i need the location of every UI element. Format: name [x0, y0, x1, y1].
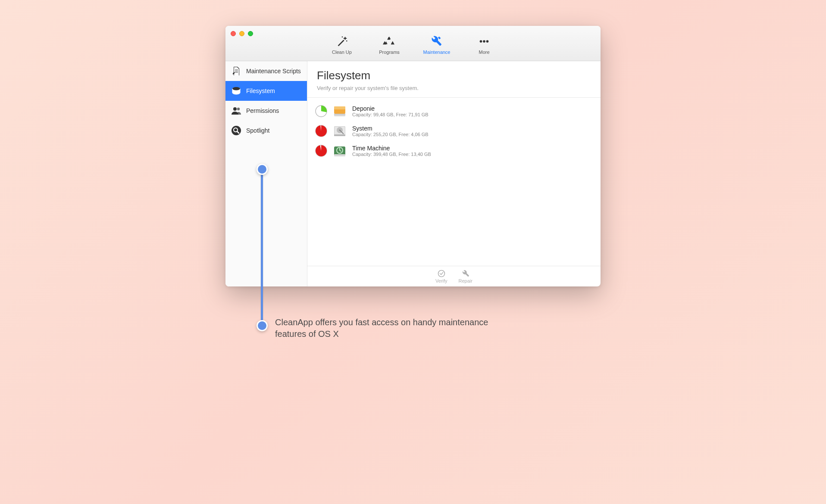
volume-detail: Capacity: 99,48 GB, Free: 71,91 GB	[352, 112, 429, 117]
svg-point-4	[486, 40, 489, 43]
footer-label: Verify	[435, 278, 447, 283]
svg-rect-24	[334, 154, 345, 156]
drive-icon	[332, 124, 347, 138]
toolbar: Clean Up Programs Maintenance	[225, 26, 601, 61]
repair-button[interactable]: Repair	[459, 269, 472, 283]
volume-row[interactable]: Time Machine Capacity: 399,48 GB, Free: …	[313, 141, 594, 161]
disk-icon	[231, 85, 242, 96]
body: Maintenance Scripts Filesystem Permissio…	[225, 61, 601, 286]
script-icon	[231, 65, 242, 77]
svg-rect-14	[334, 114, 345, 115]
footer-toolbar: Verify Repair	[307, 266, 601, 286]
users-icon	[231, 105, 242, 116]
toolbar-item-cleanup[interactable]: Clean Up	[327, 35, 357, 55]
sidebar-item-label: Filesystem	[246, 87, 275, 94]
svg-point-2	[480, 40, 482, 43]
main-header: Filesystem Verify or repair your system'…	[307, 61, 601, 98]
toolbar-item-programs[interactable]: Programs	[374, 35, 404, 55]
annotation-dot-bottom	[257, 320, 268, 331]
volume-row[interactable]: System Capacity: 255,20 GB, Free: 4,06 G…	[313, 121, 594, 141]
sidebar-item-label: Spotlight	[246, 127, 269, 134]
more-icon	[478, 35, 491, 48]
volume-name: Deponie	[352, 105, 429, 112]
volume-detail: Capacity: 399,48 GB, Free: 13,40 GB	[352, 152, 431, 157]
usage-pie-icon	[315, 125, 327, 137]
sidebar-item-spotlight[interactable]: Spotlight	[225, 121, 307, 140]
toolbar-item-more[interactable]: More	[469, 35, 499, 55]
volume-name: Time Machine	[352, 145, 431, 152]
zoom-icon[interactable]	[248, 31, 253, 36]
toolbar-label: Clean Up	[332, 50, 352, 55]
usage-pie-icon	[315, 145, 327, 157]
volume-row[interactable]: Deponie Capacity: 99,48 GB, Free: 71,91 …	[313, 101, 594, 121]
volume-text: Time Machine Capacity: 399,48 GB, Free: …	[352, 145, 431, 157]
sidebar-item-label: Permissions	[246, 107, 279, 114]
svg-rect-12	[334, 106, 345, 109]
window-controls	[231, 31, 253, 36]
svg-point-25	[438, 271, 444, 277]
usage-pie-icon	[315, 105, 327, 117]
titlebar: Clean Up Programs Maintenance	[225, 26, 601, 61]
verify-button[interactable]: Verify	[435, 269, 447, 283]
svg-point-6	[233, 107, 237, 111]
toolbar-label: Programs	[379, 50, 400, 55]
drive-icon	[332, 104, 347, 118]
sidebar: Maintenance Scripts Filesystem Permissio…	[225, 61, 307, 286]
svg-point-1	[346, 40, 347, 41]
wand-icon	[335, 35, 348, 48]
volume-detail: Capacity: 255,20 GB, Free: 4,06 GB	[352, 132, 429, 137]
sidebar-item-filesystem[interactable]: Filesystem	[225, 81, 307, 101]
svg-point-8	[232, 126, 241, 135]
check-icon	[437, 269, 446, 278]
svg-point-0	[342, 36, 343, 37]
sidebar-item-permissions[interactable]: Permissions	[225, 101, 307, 121]
main-pane: Filesystem Verify or repair your system'…	[307, 61, 601, 286]
volume-list: Deponie Capacity: 99,48 GB, Free: 71,91 …	[307, 98, 601, 266]
apps-icon	[383, 35, 396, 48]
volume-text: System Capacity: 255,20 GB, Free: 4,06 G…	[352, 125, 429, 137]
search-icon	[231, 125, 242, 136]
page-subtitle: Verify or repair your system's file syst…	[317, 85, 591, 91]
page-title: Filesystem	[317, 69, 591, 82]
footer-label: Repair	[459, 278, 472, 283]
sidebar-item-label: Maintenance Scripts	[246, 68, 301, 75]
close-icon[interactable]	[231, 31, 236, 36]
sidebar-item-maintenance-scripts[interactable]: Maintenance Scripts	[225, 61, 307, 81]
annotation-caption: CleanApp offers you fast access on handy…	[275, 317, 516, 340]
svg-point-7	[237, 108, 240, 110]
app-window: Clean Up Programs Maintenance	[225, 26, 601, 286]
volume-name: System	[352, 125, 429, 132]
drive-icon	[332, 143, 347, 158]
toolbar-label: More	[479, 50, 489, 55]
svg-rect-20	[334, 134, 345, 136]
volume-text: Deponie Capacity: 99,48 GB, Free: 71,91 …	[352, 105, 429, 117]
svg-point-3	[483, 40, 485, 43]
toolbar-label: Maintenance	[423, 50, 451, 55]
minimize-icon[interactable]	[239, 31, 244, 36]
wrench-icon	[461, 269, 470, 278]
toolbar-item-maintenance[interactable]: Maintenance	[422, 35, 452, 55]
tools-icon	[430, 35, 443, 48]
